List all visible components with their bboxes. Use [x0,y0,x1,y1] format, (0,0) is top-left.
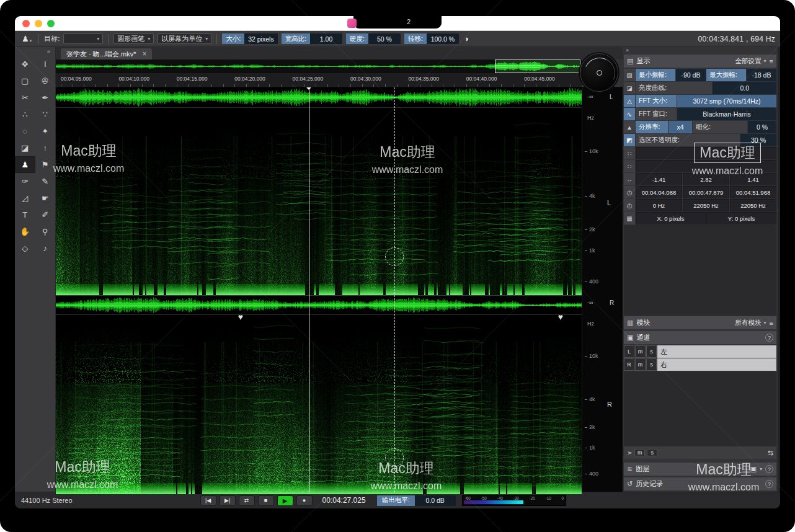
pen-selection-tool[interactable]: ✒ [35,89,56,106]
play-button[interactable]: ▶ [277,495,293,506]
halftone-icon[interactable]: ◪ [624,82,635,94]
zoom-window-button[interactable] [47,20,55,27]
time-selection-tool[interactable]: I [35,56,56,73]
frequency-axis[interactable]: -∞LHz10k4k2k1k400L-∞RHz10k4k2k1k400R [582,87,623,492]
mute-button[interactable]: m [635,358,646,371]
stop-button[interactable]: ■ [258,495,274,506]
output-level-value[interactable]: 0.0 dB [415,495,456,506]
channel-name[interactable]: 右 [657,358,776,371]
speaker-tool[interactable]: ♪ [35,240,56,257]
fft-icon[interactable]: △ [624,95,635,107]
mute-button[interactable]: m [635,345,646,358]
smudge-tool[interactable]: ☛ [35,190,56,206]
master-mute-button[interactable]: m [634,449,645,456]
freq-span-value[interactable]: 22050 Hz [683,199,729,211]
time-ruler[interactable]: 00:04:05.00000:04:10.00000:04:15.00000:0… [56,73,582,87]
chevron-down-icon[interactable]: ▾ [760,466,762,472]
pattern-icon[interactable]: ∷ [624,147,635,159]
cube-3d-tool[interactable]: ◇ [15,240,35,257]
text-tool[interactable]: T [15,206,35,223]
resolution-icon[interactable]: ▲ [624,121,635,133]
master-solo-button[interactable]: s [647,449,657,456]
pan-navigator-control[interactable] [580,53,618,92]
pencil-tool[interactable]: ✎ [35,173,56,190]
ratio-value[interactable]: 1.00 [310,33,342,44]
channel-name[interactable]: 左 [657,345,776,358]
layers-options-icon[interactable]: ▣ [750,465,757,473]
freq-range-icon[interactable]: ◴ [624,199,635,211]
close-tab-icon[interactable]: × [142,50,146,58]
magic-wand-tool[interactable]: ✦ [35,123,56,140]
record-button[interactable]: ● [296,495,313,506]
marker-heart-icon[interactable]: ♥ [558,312,563,322]
measure-value-1[interactable]: -1.41 [636,173,682,185]
clone-stamp-tool[interactable]: ♟ [15,156,35,173]
spectrogram-view[interactable]: ♥ ♥ [56,87,582,492]
active-tool-button[interactable]: ♟ ▾ [20,34,33,43]
playhead[interactable] [309,87,309,492]
channel-row-right[interactable]: R m s 右 [624,358,776,371]
skip-to-start-button[interactable]: |◀ [200,495,216,506]
max-amp-value[interactable]: -18 dB [747,69,776,81]
knife-tool[interactable]: ✂ [15,89,35,106]
menu-icon[interactable]: ≡ [770,319,773,327]
target-select[interactable]: ▾ [63,33,103,44]
waveform-right-canvas[interactable] [56,295,582,315]
freq-high-value[interactable]: 22050 Hz [730,199,776,211]
slope-tool[interactable]: ◿ [15,190,35,206]
pixel-y-value[interactable]: Y: 0 pixels [706,212,776,224]
modules-preset-select[interactable]: 所有模块 ▾ [735,319,766,327]
contrast-icon[interactable]: ◑ [464,34,469,43]
help-icon[interactable]: ? [765,480,773,488]
minimize-window-button[interactable] [35,20,42,27]
lasso-selection-tool[interactable]: ✇ [35,73,56,89]
amplify-tool[interactable]: ↑ [35,140,56,156]
min-amp-value[interactable]: -90 dB [676,69,706,81]
spectrogram-right-canvas[interactable] [56,315,582,494]
waveform-left-canvas[interactable] [56,87,582,108]
unit-mode-select[interactable]: 以屏幕为单位 ▾ [158,33,211,44]
time-length-value[interactable]: 00:00:47.879 [683,186,729,198]
overview-viewport-selection[interactable] [495,60,580,73]
pattern-field[interactable] [636,160,776,172]
refine-value[interactable]: 0 % [748,121,776,133]
checker-icon[interactable]: ▨ [624,69,635,81]
loop-button[interactable]: ⇄ [239,495,255,506]
resolution-value[interactable]: x4 [668,121,692,133]
fft-window-value[interactable]: Blackman-Harris [677,108,776,120]
size-value[interactable]: 32 pixels [244,33,277,44]
brush-tool[interactable]: ✐ [35,206,56,223]
fft-size-value[interactable]: 3072 smp (70ms/14Hz) [677,95,776,107]
pattern-icon[interactable]: ∷ [624,160,635,172]
help-icon[interactable]: ? [765,334,773,342]
measure-value-3[interactable]: 1.41 [730,173,776,185]
measure-value-2[interactable]: 2.82 [683,173,729,185]
help-icon[interactable]: ? [765,465,773,473]
ellipse-selection-tool[interactable]: ◌ [15,123,35,140]
waveform-overview[interactable] [56,60,582,73]
hardness-value[interactable]: 50 % [368,33,401,44]
close-window-button[interactable] [22,20,30,27]
panel-expand-icon[interactable]: » [623,47,777,54]
opacity-icon[interactable]: ◩ [624,134,635,146]
brush-shape-select[interactable]: 圆形画笔 ▾ [113,33,154,44]
rectangle-selection-tool[interactable]: ▢ [15,73,35,89]
dot-pattern-alt-tool[interactable]: ∵ [35,106,56,123]
curve-pen-tool[interactable]: ✑ [15,173,35,190]
hand-tool[interactable]: ✋ [15,223,35,240]
selection-opacity-value[interactable]: 30 % [740,134,776,146]
marker-heart-icon[interactable]: ♥ [238,312,243,322]
time-start-value[interactable]: 00:04:04.088 [636,186,682,198]
wave-icon[interactable]: ∿ [624,108,635,120]
menu-icon[interactable]: ≡ [770,58,773,65]
pixel-x-value[interactable]: X: 0 pixels [636,212,706,224]
panel-scrollbar[interactable] [778,47,780,492]
pattern-field[interactable] [636,147,776,159]
skip-to-end-button[interactable]: ▶| [220,495,236,506]
swap-channels-icon[interactable]: ⇆ [768,449,773,457]
measure-icon[interactable]: ↔ [624,173,635,185]
eraser-tool[interactable]: ◪ [15,140,35,156]
time-end-value[interactable]: 00:04:51.968 [730,186,776,198]
marker-stamp-tool[interactable]: ⚑ [35,156,56,173]
display-preset-select[interactable]: 全部设置 ▾ [735,57,766,66]
